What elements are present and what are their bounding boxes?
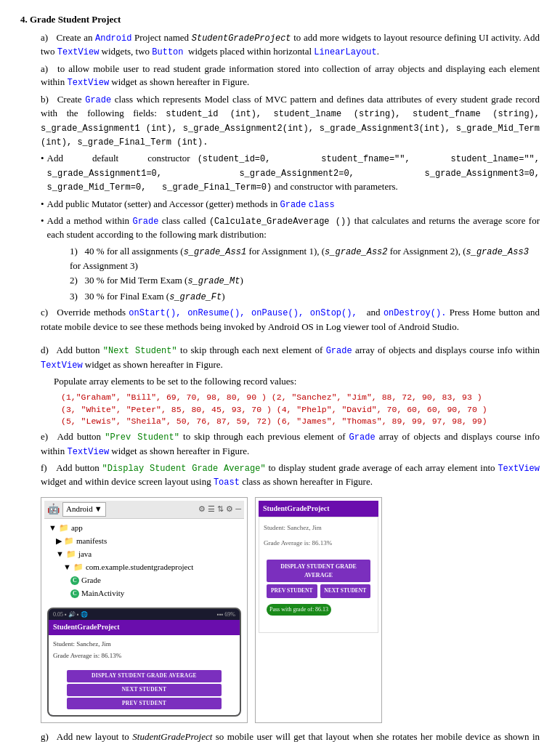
item-c: c) Override methods onStart(), onResume(… <box>41 306 540 334</box>
ass1-var: s_grade_Ass1 <box>184 247 246 257</box>
grade-keyword-4: Grade <box>326 346 352 356</box>
num-item-2: 2) 30 % for Mid Term Exam (s_grade_Mt) <box>70 274 540 288</box>
phone-mockup: 0.05 ▪ 🔊 ▪ 🌐 ▪▪▪ 69% StudentGradeProject… <box>47 608 241 717</box>
device-title-text: StudentGradeProject <box>263 504 329 512</box>
minus-icon: ─ <box>235 504 241 515</box>
device-body: Student: Sanchez, Jim Grade Average is: … <box>259 517 378 633</box>
bullet-2-sym: • <box>41 198 44 211</box>
next-student-btn-label: "Next Student" <box>103 346 177 356</box>
item-g: g) Add new layout to StudentGradeProject… <box>41 730 540 742</box>
grade-keyword-5: Grade <box>349 432 376 443</box>
toast-keyword: Toast <box>214 477 240 488</box>
grade-class-icon: C <box>70 576 79 585</box>
grade-keyword-3: Grade <box>132 217 158 227</box>
gear-icon: ⚙ <box>198 504 206 515</box>
ass3-var: s_grade_Ass3 <box>466 247 528 257</box>
android-dropdown: Android ▼ <box>62 502 106 517</box>
bullet-1-sym: • <box>41 152 44 194</box>
list-icon: ☰ <box>208 504 215 515</box>
project-name-2: StudentGradeProject <box>132 731 212 742</box>
item-e: e) Add button "Prev Student" to skip thr… <box>41 430 540 459</box>
tree-label-mainactivity: MainActivity <box>81 588 124 600</box>
calc-method: (Calculate_GradeAverage ()) <box>209 217 352 227</box>
dropdown-arrow: ▼ <box>94 504 102 515</box>
device-title-bar: StudentGradeProject <box>259 501 378 517</box>
device-toast-msg: Pass with grade of: 86.13 <box>267 604 331 616</box>
tree-label-grade: Grade <box>81 575 101 586</box>
textview-keyword-4: TextView <box>67 447 109 457</box>
android-logo: 🤖 <box>47 502 60 517</box>
button-keyword-1: Button <box>152 47 183 57</box>
item-d-populate: Populate array elements to be set to the… <box>54 375 540 389</box>
phone-title-bar: StudentGradeProject <box>49 620 240 635</box>
section-title: Grade Student Project <box>30 14 121 25</box>
item-b: b) Create Grade class which represents M… <box>41 93 540 150</box>
phone-title-text: StudentGradeProject <box>53 623 119 631</box>
textview-keyword-3: TextView <box>41 360 83 371</box>
num-item-1: 1) 40 % for all assignments (s_grade_Ass… <box>70 245 540 273</box>
textview-keyword-1: TextView <box>57 47 100 57</box>
project-name: StudentGradeProject <box>192 33 291 44</box>
document-container: 4. Grade Student Project a) Create an An… <box>20 13 540 742</box>
mt-var: s_grade_Mt <box>187 276 240 286</box>
phone-student-label: Student: Sanchez, Jim <box>53 640 235 649</box>
project-tree: ▼ 📁 app ▶ 📁 manifests ▼ 📁 java ▼ 📁 <box>44 519 244 603</box>
mainactivity-class-icon: C <box>70 589 79 598</box>
onstop-code: onStop(), <box>310 308 357 318</box>
figure-left: 🤖 Android ▼ ⚙ ☰ ⇅ ⚙ ─ ▼ 📁 app <box>41 497 248 724</box>
bullet-item-2: • Add public Mutator (setter) and Access… <box>41 198 540 211</box>
onstart-code: onStart(), <box>129 308 181 318</box>
num-list: 1) 40 % for all assignments (s_grade_Ass… <box>70 245 540 304</box>
device-display-btn: DISPLAY STUDENT GRADE AVERAGE <box>267 560 370 582</box>
phone-display-btn: DISPLAY STUDENT GRADE AVERAGE <box>67 670 222 682</box>
arrow-down-icon-2: ▼ <box>56 549 64 560</box>
ondestroy-code: onDestroy(). <box>384 308 446 318</box>
arrow-down-icon-3: ▼ <box>63 562 71 573</box>
phone-battery: ▪▪▪ 69% <box>217 610 235 619</box>
arrow-right-icon: ▶ <box>56 536 62 547</box>
ass2-var: s_grade_Ass2 <box>325 247 387 257</box>
textview-keyword-2: TextView <box>67 78 109 88</box>
device-student-field: Student: Sanchez, Jim <box>264 523 373 533</box>
tree-row-app: ▼ 📁 app <box>49 522 240 535</box>
display-avg-btn-label: "Display Student Grade Average" <box>102 464 266 474</box>
section-number: 4. <box>20 14 28 25</box>
phone-grade-label: Grade Average is: 86.13% <box>53 651 235 661</box>
item-f-label: f) <box>41 461 54 475</box>
bullet-item-3: • Add a method within Grade class called… <box>41 214 540 242</box>
tree-label-app: app <box>71 523 83 534</box>
fields-list: student_id (int), student_lname (string)… <box>41 109 540 148</box>
num-item-3: 3) 30 % for Final Exam (s_grade_Ft) <box>70 290 540 304</box>
item-b-label: b) <box>41 93 54 107</box>
device-toast-container: Pass with grade of: 86.13 <box>264 601 373 618</box>
device-grade-field: Grade Average is: 86.13% <box>264 539 373 548</box>
tree-label-package: com.example.studentgradeproject <box>86 562 193 573</box>
phone-body: Student: Sanchez, Jim Grade Average is: … <box>49 635 240 716</box>
item-a2: a) to allow mobile user to read student … <box>41 62 540 90</box>
records-list: (1,"Graham", "Bill", 69, 70, 98, 80, 90 … <box>61 392 540 428</box>
item-d-label: d) <box>41 344 54 358</box>
tree-row-grade: C Grade <box>70 574 240 587</box>
item-a2-label: a) <box>41 62 54 76</box>
folder-icon-app: 📁 <box>59 523 69 534</box>
constructor-code: (student_id=0, student_fname="", student… <box>47 154 540 193</box>
prev-student-btn-label: "Prev Student" <box>105 432 179 443</box>
phone-next-btn: NEXT STUDENT <box>67 684 222 696</box>
settings-icon: ⚙ <box>226 504 233 515</box>
sort-icon: ⇅ <box>217 504 224 515</box>
folder-icon-package: 📁 <box>73 562 84 573</box>
device-nav-btns: PREV STUDENT NEXT STUDENT <box>267 584 370 598</box>
bullet-3-sym: • <box>41 214 44 242</box>
grade-keyword-1: Grade <box>85 95 111 105</box>
item-d: d) Add button "Next Student" to skip thr… <box>41 344 540 372</box>
tree-row-mainactivity: C MainActivity <box>70 587 240 600</box>
bullet-item-1: • Add default constructor (student_id=0,… <box>41 152 540 194</box>
folder-icon-manifests: 📁 <box>64 536 74 547</box>
tree-label-manifests: manifests <box>76 536 107 547</box>
tree-row-package: ▼ 📁 com.example.studentgradeproject <box>63 561 240 574</box>
phone-time: 0.05 ▪ 🔊 ▪ 🌐 <box>53 610 88 619</box>
tree-row-manifests: ▶ 📁 manifests <box>56 535 240 548</box>
onpause-code: onPause(), <box>251 308 304 318</box>
arrow-down-icon: ▼ <box>49 523 57 534</box>
device-next-btn: NEXT STUDENT <box>320 584 371 598</box>
